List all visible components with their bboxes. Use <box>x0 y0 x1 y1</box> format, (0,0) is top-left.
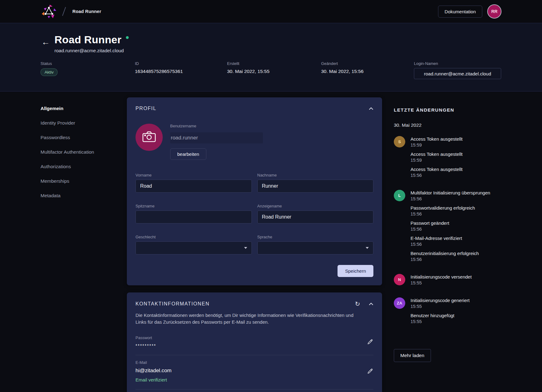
sidebar-item-passwordless[interactable]: Passwordless <box>41 134 127 141</box>
activity-item: Passwort geändert 15:56 <box>411 220 490 232</box>
contact-description: Die Kontaktinformationen werden benötigt… <box>136 312 355 326</box>
divider <box>136 389 373 390</box>
gender-select[interactable] <box>136 241 252 254</box>
user-email-subtitle: road.runner@acme.zitadel.cloud <box>54 48 129 53</box>
activity-item: Initialisierungscode generiert 15:55 <box>411 298 470 309</box>
sidebar-item-multifactor[interactable]: Multifactor Authentication <box>41 149 127 155</box>
activity-group: L Multifaktor Initialisierung übersprung… <box>394 190 510 266</box>
active-state-dot <box>126 36 129 39</box>
displayname-label: Anzeigename <box>257 204 374 208</box>
activity-avatar: S <box>394 136 405 147</box>
id-label: ID <box>135 61 227 66</box>
activity-item: Access Token ausgestellt 15:59 <box>411 151 462 163</box>
edit-email-pencil-icon[interactable] <box>367 368 373 374</box>
password-masked-value: ********* <box>136 343 367 348</box>
sidebar-item-authorizations[interactable]: Authorizations <box>41 163 127 170</box>
gender-label: Geschlecht <box>136 235 252 239</box>
chevron-down-icon <box>366 247 369 249</box>
login-name-box: road.runner@acme.zitadel.cloud <box>414 68 501 79</box>
edit-password-pencil-icon[interactable] <box>367 339 373 345</box>
sidebar-item-metadata[interactable]: Metadata <box>41 192 127 199</box>
email-label: E-Mail <box>136 360 367 365</box>
collapse-chevron-up-icon[interactable] <box>369 107 373 110</box>
zitadel-logo-icon[interactable] <box>41 4 56 19</box>
changed-label: Geändert <box>321 61 414 66</box>
activity-item: Benutzer hinzugefügt 15:55 <box>411 313 470 324</box>
profile-panel-title: PROFIL <box>136 106 156 111</box>
refresh-icon[interactable]: ↻ <box>355 301 360 307</box>
firstname-label: Vorname <box>136 173 252 177</box>
collapse-chevron-up-icon[interactable] <box>369 303 373 305</box>
page-title: Road Runner <box>54 34 122 46</box>
id-value: 163448575286575361 <box>135 69 227 74</box>
activity-item: Multifaktor Initialisierung übersprungen… <box>411 190 490 201</box>
displayname-input[interactable]: Road Runner <box>257 211 374 224</box>
sidebar-item-allgemein[interactable]: Allgemein <box>41 105 127 112</box>
email-verified-status: Email verifiziert <box>136 377 367 382</box>
activity-group: S Access Token ausgestellt 15:59 Access … <box>394 136 510 182</box>
changed-value: 30. Mai 2022, 15:56 <box>321 69 414 74</box>
login-names-label: Login-Namen <box>414 61 501 66</box>
contact-panel: KONTAKTINFORMATIONEN ↻ Die Kontaktinform… <box>127 292 382 392</box>
contact-panel-title: KONTAKTINFORMATIONEN <box>136 301 209 307</box>
profile-panel: PROFIL <box>127 97 382 285</box>
documentation-button[interactable]: Dokumentation <box>438 6 482 18</box>
section-sidebar: Allgemein Identity Provider Passwordless… <box>41 92 127 207</box>
activity-item: Initialisierungscode versendet 15:55 <box>411 274 472 285</box>
activity-avatar: L <box>394 190 405 201</box>
nickname-input[interactable] <box>136 211 252 224</box>
activity-item: Passwortvalidierung erfolgreich 15:56 <box>411 205 490 216</box>
changes-date: 30. Mai 2022 <box>394 122 510 128</box>
activity-item: Benutzerinitialisierung erfolgreich 15:5… <box>411 251 490 262</box>
user-header: ← Road Runner road.runner@acme.zitadel.c… <box>0 23 542 92</box>
created-label: Erstellt <box>227 61 321 66</box>
lastname-label: Nachname <box>257 173 374 177</box>
activity-group: N Initialisierungscode versendet 15:55 <box>394 274 510 289</box>
activity-avatar: N <box>394 274 405 285</box>
load-more-button[interactable]: Mehr laden <box>394 349 431 362</box>
save-button[interactable]: Speichern <box>338 265 373 277</box>
language-label: Sprache <box>257 235 374 239</box>
nickname-label: Spitzname <box>136 204 252 208</box>
breadcrumb-slash-icon <box>62 7 66 16</box>
password-label: Passwort <box>136 335 367 340</box>
created-value: 30. Mai 2022, 15:55 <box>227 69 321 74</box>
breadcrumb[interactable]: Road Runner <box>72 9 101 14</box>
divider <box>136 355 373 355</box>
top-navbar: Road Runner Dokumentation RR <box>0 0 542 23</box>
language-select[interactable] <box>257 241 374 254</box>
last-changes-panel: LETZTE ÄNDERUNGEN 30. Mai 2022 S Access … <box>394 92 510 362</box>
camera-icon <box>142 131 156 144</box>
username-field: road.runner <box>170 132 263 143</box>
activity-item: Access Token ausgestellt 15:59 <box>411 136 462 147</box>
chevron-down-icon <box>244 247 247 249</box>
user-avatar[interactable]: RR <box>487 4 501 19</box>
status-label: Status <box>41 61 135 66</box>
firstname-input[interactable]: Road <box>136 180 252 193</box>
email-value: hi@zitadel.com <box>136 368 367 374</box>
sidebar-item-memberships[interactable]: Memberships <box>41 178 127 184</box>
activity-item: Access Token ausgestellt 15:56 <box>411 167 462 178</box>
activity-item: E-Mail-Adresse verifiziert 15:56 <box>411 236 490 247</box>
back-arrow-icon[interactable]: ← <box>41 38 54 46</box>
edit-avatar-button[interactable]: bearbeiten <box>170 148 206 160</box>
sidebar-item-identity-provider[interactable]: Identity Provider <box>41 120 127 126</box>
user-meta-row: Status Aktiv ID 163448575286575361 Erste… <box>41 61 501 79</box>
activity-group: ZA Initialisierungscode generiert 15:55 … <box>394 297 510 328</box>
last-changes-title: LETZTE ÄNDERUNGEN <box>394 107 510 113</box>
status-badge: Aktiv <box>41 68 58 76</box>
username-label: Benutzername <box>170 124 263 128</box>
avatar-upload-button[interactable] <box>136 124 163 151</box>
activity-avatar: ZA <box>394 297 405 309</box>
lastname-input[interactable]: Runner <box>257 180 374 193</box>
